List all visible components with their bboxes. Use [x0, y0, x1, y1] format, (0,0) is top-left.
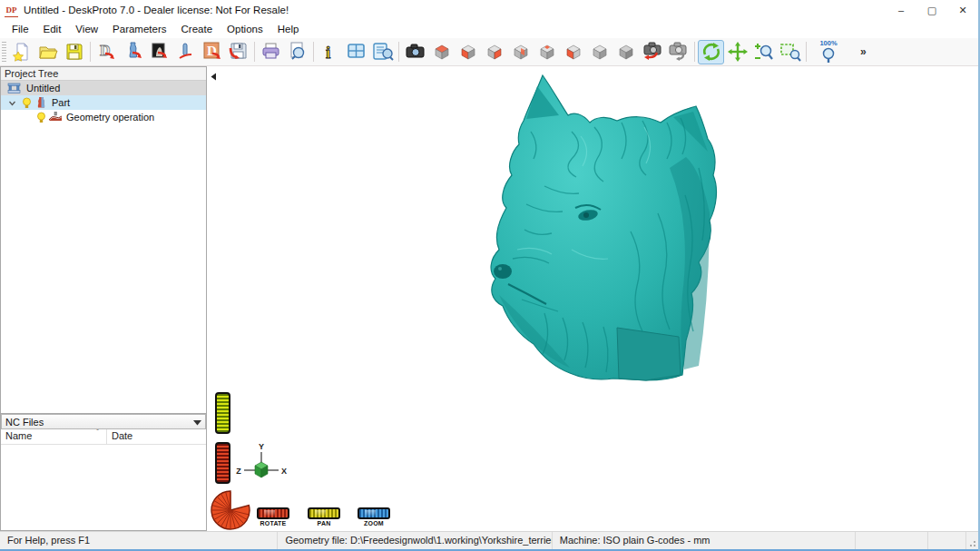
toolbar-separator — [694, 42, 695, 62]
zoom-in-out-button[interactable] — [750, 40, 777, 64]
view-left-cube-icon — [564, 42, 583, 62]
rotate-bar-control[interactable] — [257, 507, 289, 519]
view-top-cube-button[interactable] — [428, 40, 455, 64]
deskproto-logo-icon: DP — [5, 4, 18, 17]
print-preview-button[interactable] — [284, 40, 310, 64]
print-icon — [260, 41, 282, 63]
view-section-cube-button[interactable] — [507, 40, 534, 64]
expand-chevron-icon[interactable] — [5, 96, 19, 109]
geometry-operation-icon — [48, 111, 63, 123]
menu-create[interactable]: Create — [174, 22, 220, 36]
minimize-button[interactable]: – — [886, 0, 916, 20]
zoom-bar-control[interactable] — [358, 507, 390, 519]
toolbar: D D i 100% » — [0, 38, 978, 66]
report-preview-button[interactable] — [369, 40, 396, 64]
project-tree-panel: Project Tree Untitled — [0, 66, 207, 414]
view-right-cube-button[interactable] — [481, 40, 507, 64]
report-preview-icon — [371, 41, 395, 63]
camera-default-view-button[interactable] — [665, 40, 691, 64]
maximize-button[interactable]: ▢ — [916, 0, 947, 20]
viewport-3d[interactable]: Y Z X ROTATE PAN ZOOM — [207, 66, 978, 531]
nc-files-columns: Name ˆ Date — [1, 429, 206, 445]
new-file-icon — [12, 42, 32, 62]
view-iso-cube-2-button[interactable] — [612, 40, 639, 64]
left-panel: Project Tree Untitled — [0, 66, 207, 531]
tree-node-geometry-operation[interactable]: Geometry operation — [1, 110, 206, 124]
export-nc-file-button[interactable] — [225, 40, 251, 64]
status-bar: For Help, press F1 Geometry file: D:\Fre… — [0, 531, 978, 549]
view-section-cube-icon — [511, 42, 531, 62]
zoom-window-button[interactable] — [777, 40, 803, 64]
snapshot-camera-button[interactable] — [402, 40, 428, 64]
pan-view-icon — [727, 41, 749, 63]
import-bitmap-button[interactable] — [146, 40, 172, 64]
resize-grip[interactable] — [966, 532, 978, 549]
pan-view-button[interactable] — [724, 40, 750, 64]
collapse-panel-button[interactable] — [208, 69, 220, 84]
open-file-button[interactable] — [34, 40, 61, 64]
import-deskproto-file-button[interactable]: D — [199, 40, 225, 64]
camera-previous-view-button[interactable] — [639, 40, 665, 64]
menu-view[interactable]: View — [68, 22, 105, 36]
import-bitmap-icon — [149, 41, 171, 63]
menu-file[interactable]: File — [5, 22, 36, 36]
axis-indicator: Y Z X — [234, 441, 292, 488]
nc-files-dropdown[interactable]: NC Files — [1, 414, 206, 429]
print-button[interactable] — [258, 40, 284, 64]
close-button[interactable]: ✕ — [947, 0, 978, 20]
axis-x-label: X — [281, 467, 287, 476]
zoom-in-out-icon — [753, 41, 775, 63]
collapse-arrow-icon — [211, 73, 217, 81]
window-layout-button[interactable] — [343, 40, 369, 64]
toolbar-grip[interactable] — [2, 42, 6, 62]
menu-bar: File Edit View Parameters Create Options… — [0, 20, 978, 38]
import-vector-icon — [176, 42, 196, 62]
nc-files-panel: NC Files Name ˆ Date — [0, 414, 207, 531]
project-tree-header: Project Tree — [1, 67, 206, 81]
menu-help[interactable]: Help — [270, 22, 307, 36]
view-corner-cube-button[interactable] — [534, 40, 560, 64]
zoom-bar-label: ZOOM — [354, 520, 394, 526]
main-area: Project Tree Untitled — [0, 66, 978, 531]
sort-caret-icon: ˆ — [96, 428, 99, 436]
tree-node-label: Part — [52, 97, 70, 108]
column-header-date[interactable]: Date — [107, 429, 137, 444]
import-geometry-button[interactable]: D — [93, 40, 120, 64]
svg-text:D: D — [207, 44, 217, 58]
view-front-cube-button[interactable] — [455, 40, 481, 64]
import-part-icon — [122, 41, 144, 63]
rotate-dial[interactable] — [208, 488, 253, 531]
view-right-cube-icon — [485, 42, 505, 62]
rotate-view-button[interactable] — [698, 40, 724, 64]
export-nc-file-icon — [228, 41, 250, 63]
visibility-bulb-icon[interactable] — [34, 111, 48, 123]
camera-default-view-icon — [667, 41, 691, 63]
status-geometry-file: Geometry file: D:\Freedesignwold\1.worki… — [278, 532, 552, 549]
menu-edit[interactable]: Edit — [36, 22, 69, 36]
import-part-button[interactable] — [120, 40, 146, 64]
import-vector-button[interactable] — [172, 40, 199, 64]
status-pane-empty — [856, 532, 928, 549]
tree-node-untitled[interactable]: Untitled — [1, 81, 206, 95]
zoom-100-percent-button[interactable]: 100% — [809, 39, 848, 65]
pan-bar-control[interactable] — [308, 507, 340, 519]
menu-options[interactable]: Options — [220, 22, 270, 36]
view-iso-cube-1-button[interactable] — [586, 40, 612, 64]
column-header-name[interactable]: Name ˆ — [1, 429, 107, 444]
new-file-button[interactable] — [8, 40, 34, 64]
zoom-100-percent-icon — [819, 47, 838, 64]
toolbar-overflow-button[interactable]: » — [860, 45, 867, 58]
info-button[interactable]: i — [317, 40, 343, 64]
visibility-bulb-icon[interactable] — [19, 96, 34, 109]
vertical-meter-yellow[interactable] — [215, 392, 230, 434]
camera-previous-view-icon — [641, 41, 664, 63]
tree-node-part[interactable]: Part — [1, 95, 206, 110]
snapshot-camera-icon — [405, 41, 426, 63]
menu-parameters[interactable]: Parameters — [105, 22, 173, 36]
toolbar-separator — [90, 42, 91, 62]
terrier-model-render — [436, 68, 735, 390]
rotate-bar-label: ROTATE — [253, 520, 293, 526]
vertical-meter-red[interactable] — [215, 442, 230, 484]
save-file-button[interactable] — [61, 40, 87, 64]
view-left-cube-button[interactable] — [560, 40, 586, 64]
